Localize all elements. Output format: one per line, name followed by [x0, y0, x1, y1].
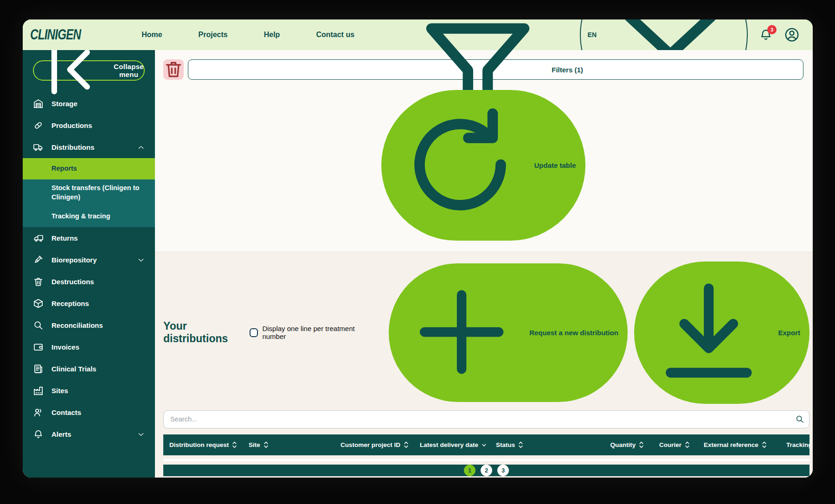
refresh-icon: [391, 95, 530, 236]
export-button[interactable]: Export: [634, 262, 809, 404]
sidebar-item-receptions[interactable]: Receptions: [23, 293, 155, 314]
export-label: Export: [778, 329, 800, 337]
distributions-content: Your distributions Display one line per …: [155, 252, 813, 478]
search-icon[interactable]: [795, 415, 804, 424]
people-icon: [33, 407, 44, 418]
wallet-icon: [33, 342, 44, 352]
sort-both-icon[interactable]: [263, 441, 269, 449]
sidebar-item-productions[interactable]: Productions: [23, 115, 155, 136]
bell-icon: [759, 35, 773, 43]
collapse-menu-label: Collapse menu: [114, 63, 144, 78]
sidebar-item-biorepository[interactable]: Biorepository: [23, 249, 155, 271]
sidebar-subitem-stock-transfers-clinigen-to-clinigen[interactable]: Stock transfers (Clinigen to Clinigen): [23, 179, 155, 206]
trash-icon: [33, 276, 44, 287]
column-header-distribution-request[interactable]: Distribution request: [163, 441, 243, 449]
column-header-status[interactable]: Status: [490, 441, 601, 449]
column-header-latest-delivery-date[interactable]: Latest delivery date: [414, 441, 490, 448]
nav-projects[interactable]: Projects: [199, 31, 228, 39]
sidebar-subitem-reports[interactable]: Reports: [23, 158, 155, 179]
column-header-external-reference[interactable]: External reference: [698, 441, 780, 449]
app-window: CLINIGEN HomeProjectsHelpContact us EN 3…: [23, 19, 813, 478]
notification-badge: 3: [767, 25, 777, 34]
request-new-distribution-button[interactable]: Request a new distribution: [389, 263, 628, 402]
sort-desc-icon[interactable]: [482, 442, 487, 448]
nav-help[interactable]: Help: [264, 31, 280, 39]
chevron-up-icon: [137, 144, 145, 151]
sidebar-subitem-tracking-tracing[interactable]: Tracking & tracing: [23, 206, 155, 227]
collapse-menu-button[interactable]: Collapse menu: [33, 60, 145, 81]
user-icon: [784, 36, 800, 44]
sort-both-icon[interactable]: [404, 441, 409, 449]
sidebar-item-contacts[interactable]: Contacts: [23, 402, 155, 423]
column-header-courier[interactable]: Courier: [653, 441, 698, 449]
sidebar-item-destructions[interactable]: Destructions: [23, 271, 155, 293]
sidebar-item-clinical-trials[interactable]: Clinical Trials: [23, 358, 155, 380]
sidebar-menu: Storage Productions Distributions Report…: [23, 93, 155, 445]
box-icon: [33, 298, 44, 309]
column-header-site[interactable]: Site: [243, 441, 334, 449]
sidebar-item-alerts[interactable]: Alerts: [23, 423, 155, 445]
sort-both-icon[interactable]: [685, 441, 690, 449]
nav-contact-us[interactable]: Contact us: [316, 31, 354, 39]
distributions-submenu: Reports Stock transfers (Clinigen to Cli…: [23, 158, 155, 227]
distributions-table: Distribution request Site Customer proje…: [163, 434, 809, 462]
column-header-tracking-number[interactable]: Tracking number: [780, 441, 809, 448]
request-new-distribution-label: Request a new distribution: [529, 329, 618, 337]
column-header-customer-project-id[interactable]: Customer project ID: [334, 441, 414, 449]
chevron-down-icon: [137, 431, 145, 438]
one-line-checkbox[interactable]: [250, 328, 258, 337]
filters-label: Filters (1): [552, 66, 583, 74]
sort-both-icon[interactable]: [518, 441, 523, 449]
pagination-bar: 123: [163, 465, 809, 476]
nav-home[interactable]: Home: [141, 31, 162, 39]
page-button-1[interactable]: 1: [464, 465, 475, 476]
filter-section: Filters (1) Update table: [155, 50, 813, 252]
table-row: IRD-20250228-001 M61-BE10002 TESTING STU…: [163, 459, 809, 462]
trash-icon: [163, 59, 184, 81]
page-button-3[interactable]: 3: [497, 465, 509, 476]
delete-filters-button[interactable]: [163, 59, 184, 80]
table-header-row: Distribution request Site Customer proje…: [163, 434, 809, 455]
column-header-quantity[interactable]: Quantity: [601, 441, 653, 449]
one-line-per-treatment-toggle[interactable]: Display one line per treatment number: [250, 325, 374, 340]
language-label: EN: [588, 31, 597, 38]
sidebar-item-reconciliations[interactable]: Reconciliations: [23, 314, 155, 336]
bell-icon: [33, 429, 44, 440]
update-table-button[interactable]: Update table: [381, 90, 585, 241]
document-icon: [33, 364, 44, 374]
update-table-label: Update table: [534, 161, 576, 169]
chevron-down-icon: [137, 256, 145, 264]
download-icon: [643, 267, 774, 399]
clinigen-logo: CLINIGEN: [30, 26, 81, 43]
sort-both-icon[interactable]: [232, 441, 237, 449]
syringe-icon: [33, 255, 44, 265]
sort-both-icon[interactable]: [639, 441, 644, 449]
filters-button[interactable]: Filters (1): [188, 59, 803, 80]
magnifier-icon: [33, 320, 44, 331]
sidebar-item-distributions[interactable]: Distributions: [23, 136, 155, 158]
return-truck-icon: [33, 233, 44, 243]
sidebar-item-returns[interactable]: Returns: [23, 227, 155, 249]
storage-icon: [33, 98, 44, 109]
pill-icon: [33, 120, 44, 131]
notifications-button[interactable]: 3: [759, 28, 773, 42]
sidebar-item-sites[interactable]: Sites: [23, 380, 155, 402]
factory-icon: [33, 385, 44, 396]
page-title: Your distributions: [163, 320, 250, 345]
main-area: Filters (1) Update table Your distributi…: [155, 50, 813, 478]
plus-icon: [398, 268, 525, 397]
sort-both-icon[interactable]: [762, 441, 767, 449]
sidebar: Collapse menu Storage Productions Distri…: [23, 50, 155, 478]
page-button-2[interactable]: 2: [481, 465, 492, 476]
search-input[interactable]: [163, 410, 809, 428]
truck-icon: [33, 142, 44, 153]
profile-button[interactable]: [784, 27, 800, 43]
top-nav: HomeProjectsHelpContact us: [141, 31, 354, 39]
one-line-checkbox-label: Display one line per treatment number: [262, 325, 374, 340]
sidebar-item-invoices[interactable]: Invoices: [23, 336, 155, 358]
